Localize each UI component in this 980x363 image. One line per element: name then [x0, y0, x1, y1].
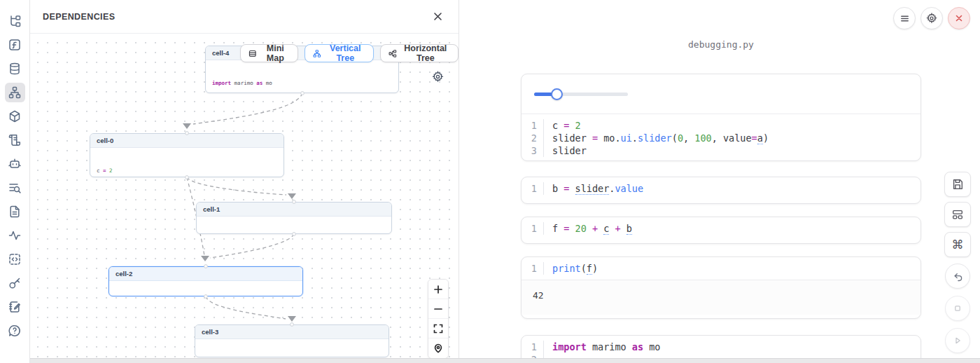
graph-cell-title: cell-2	[109, 267, 302, 281]
code-line: print(f)	[544, 262, 598, 275]
file-tree-icon	[8, 14, 22, 28]
center-selection-icon	[433, 343, 443, 353]
scratchpad-icon	[8, 300, 22, 314]
save-icon	[951, 178, 964, 191]
sidebar-item-documentation[interactable]	[5, 202, 25, 221]
graph-cell-title: cell-1	[197, 203, 391, 217]
notebook-cells: 1c = 2 2slider = mo.ui.slider(0, 100, va…	[521, 0, 921, 363]
activity-icon	[8, 228, 22, 242]
close-icon	[433, 11, 443, 22]
code-line: c = 2	[544, 119, 581, 132]
zoom-in-icon	[433, 285, 443, 294]
settings-gear-icon	[926, 13, 937, 24]
notebook-settings-button[interactable]	[920, 7, 943, 29]
command-icon: ⌘	[952, 239, 964, 251]
cell-editor[interactable]: 1f = 20 + c + b	[522, 217, 920, 240]
vertical-tree-button[interactable]: Vertical Tree	[304, 44, 374, 62]
cell-editor[interactable]: 1b = slider.value	[522, 177, 920, 200]
line-number: 2	[522, 132, 544, 144]
slider-widget[interactable]	[534, 88, 628, 100]
notebook-cell-b[interactable]: 1b = slider.value	[521, 177, 921, 204]
cell-console-output: 42	[522, 280, 920, 315]
notebook-top-controls	[893, 7, 970, 29]
horizontal-tree-button[interactable]: Horizontal Tree	[380, 44, 458, 62]
dependencies-header: DEPENDENCIES	[30, 0, 458, 34]
sidebar-item-scratchpad[interactable]	[5, 297, 25, 317]
notebook-cell-slider[interactable]: 1c = 2 2slider = mo.ui.slider(0, 100, va…	[521, 74, 921, 161]
snippets-icon	[8, 252, 22, 266]
sidebar-item-outline-search[interactable]	[5, 178, 25, 198]
graph-cell-3[interactable]: cell-3 print(f)	[195, 324, 389, 357]
graph-view-toolbar: Mini Map Vertical Tree Horizontal Tree	[240, 44, 458, 62]
slider-thumb[interactable]	[551, 88, 563, 100]
zoom-out-button[interactable]	[428, 299, 448, 319]
notebook-menu-button[interactable]	[893, 7, 916, 29]
code-line: slider	[544, 144, 587, 157]
sidebar-item-snippets[interactable]	[5, 249, 25, 269]
graph-cell-1[interactable]: cell-1 b = slider.value	[196, 202, 392, 234]
cell-editor[interactable]: 1c = 2 2slider = mo.ui.slider(0, 100, va…	[522, 114, 920, 161]
package-icon	[8, 109, 22, 123]
list-search-icon	[8, 181, 22, 195]
stop-button[interactable]	[945, 296, 970, 321]
help-icon	[8, 324, 22, 338]
function-icon	[8, 38, 22, 52]
document-icon	[8, 205, 22, 219]
center-selection-button[interactable]	[428, 338, 448, 358]
sidebar-item-tracing[interactable]	[5, 226, 25, 245]
zoom-controls	[428, 279, 449, 359]
sidebar-item-datasources[interactable]	[5, 59, 25, 78]
sidebar-item-secrets[interactable]	[5, 273, 25, 293]
graph-settings-button[interactable]	[432, 71, 444, 85]
notebook-cell-print[interactable]: 1print(f) 42	[521, 256, 921, 319]
panel-title: DEPENDENCIES	[43, 12, 115, 22]
sidebar-item-logs[interactable]	[5, 130, 25, 150]
command-palette-button[interactable]: ⌘	[944, 232, 971, 257]
logs-scroll-icon	[8, 133, 22, 147]
close-panel-button[interactable]	[431, 10, 444, 23]
graph-cell-code: import marimo as mo a = 20	[206, 60, 398, 93]
undo-icon	[952, 270, 964, 282]
zoom-in-button[interactable]	[428, 280, 448, 299]
graph-cell-code: f = 20 + c + b	[109, 281, 302, 296]
notebook-panel: debugging.py 1c = 2 2slider = mo.ui.slid…	[459, 0, 980, 363]
line-number: 1	[522, 341, 544, 353]
zoom-out-icon	[433, 304, 443, 314]
line-number: 1	[522, 222, 544, 235]
sidebar-item-file-tree[interactable]	[5, 11, 25, 31]
mini-map-button[interactable]: Mini Map	[240, 44, 298, 62]
undo-button[interactable]	[945, 263, 970, 289]
secrets-key-icon	[8, 276, 22, 290]
save-button[interactable]	[944, 172, 971, 197]
code-line: import marimo as mo	[544, 341, 660, 353]
shutdown-close-icon	[954, 13, 964, 23]
cell-output-area	[522, 74, 920, 114]
sidebar-item-packages[interactable]	[5, 107, 25, 126]
graph-cell-code: print(f)	[195, 339, 388, 357]
sidebar-item-functions[interactable]	[5, 35, 25, 55]
notebook-side-actions: ⌘	[944, 172, 971, 355]
notebook-cell-f[interactable]: 1f = 20 + c + b	[521, 217, 921, 244]
stop-icon	[952, 303, 963, 314]
cell-editor[interactable]: 1print(f)	[522, 257, 920, 280]
layout-button[interactable]	[944, 202, 971, 227]
graph-cell-title: cell-3	[195, 325, 388, 339]
sidebar-item-help[interactable]	[5, 321, 25, 341]
graph-cell-0[interactable]: cell-0 c = 2 slider = mo.ui.slider(0, 10…	[90, 133, 284, 177]
sidebar-item-chat[interactable]	[5, 154, 25, 174]
line-number: 1	[522, 119, 544, 132]
fit-view-button[interactable]	[428, 319, 448, 338]
left-icon-rail	[0, 0, 30, 363]
shutdown-button[interactable]	[948, 7, 970, 29]
fit-view-icon	[433, 324, 443, 334]
code-line: f = 20 + c + b	[544, 222, 632, 235]
dependency-graph-canvas[interactable]: cell-4 import marimo as mo a = 20 cell-0…	[30, 34, 458, 363]
run-button[interactable]	[945, 328, 970, 353]
sidebar-item-dependencies[interactable]	[5, 83, 25, 102]
database-icon	[8, 62, 22, 76]
gear-icon	[432, 71, 444, 83]
bottom-status-strip	[30, 358, 980, 363]
graph-cell-code: b = slider.value	[197, 217, 391, 234]
mini-map-icon	[248, 48, 257, 59]
graph-cell-2-selected[interactable]: cell-2 f = 20 + c + b	[108, 266, 303, 296]
